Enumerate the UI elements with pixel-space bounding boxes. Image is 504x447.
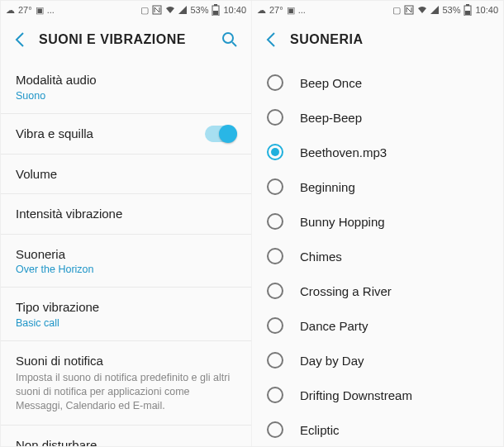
weather-icon: ☁	[257, 5, 266, 16]
battery-icon	[212, 4, 220, 16]
app-header: SUONI E VIBRAZIONE	[1, 19, 251, 60]
search-icon	[221, 31, 238, 48]
ringtone-option[interactable]: Beep Once	[252, 65, 503, 100]
row-audio-mode[interactable]: Modalità audio Suono	[1, 60, 251, 114]
radio-icon	[267, 352, 283, 369]
row-ringtone[interactable]: Suoneria Over the Horizon	[1, 235, 251, 288]
back-button[interactable]	[265, 31, 277, 48]
nfc-icon	[404, 5, 414, 15]
row-vibrate-ring[interactable]: Vibra e squilla	[1, 114, 251, 155]
radio-icon	[267, 248, 283, 264]
ringtone-label: Beethoven.mp3	[300, 145, 387, 159]
row-title: Intensità vibrazione	[16, 206, 236, 222]
nfc-icon	[152, 5, 162, 15]
settings-list: Modalità audio Suono Vibra e squilla Vol…	[1, 60, 251, 446]
row-subtitle: Basic call	[16, 317, 236, 329]
chevron-left-icon	[14, 31, 26, 48]
wifi-icon	[417, 6, 427, 14]
ringtone-label: Dance Party	[300, 319, 368, 333]
status-battery-pct: 53%	[190, 5, 208, 15]
wifi-icon	[165, 6, 175, 14]
status-temp: 27°	[18, 5, 32, 15]
ringtone-label: Chimes	[300, 250, 342, 264]
status-ellipsis: ...	[298, 5, 306, 15]
status-time: 10:40	[223, 5, 246, 15]
row-vibration-intensity[interactable]: Intensità vibrazione	[1, 194, 251, 235]
search-button[interactable]	[221, 31, 238, 48]
row-notification-sounds[interactable]: Suoni di notifica Imposta il suono di no…	[1, 341, 251, 426]
row-title: Volume	[16, 166, 236, 183]
row-title: Tipo vibrazione	[16, 299, 236, 316]
row-title: Suoni di notifica	[16, 353, 236, 369]
toggle-vibrate-ring[interactable]	[205, 126, 236, 142]
ringtone-list: Beep OnceBeep-BeepBeethoven.mp3Beginning…	[252, 60, 503, 446]
radio-icon	[267, 317, 283, 334]
status-ellipsis: ...	[47, 5, 55, 15]
signal-icon	[178, 6, 187, 14]
svg-rect-8	[465, 11, 470, 15]
ringtone-label: Beep Once	[300, 76, 362, 90]
ringtone-label: Ecliptic	[300, 423, 340, 437]
ringtone-option[interactable]: Crossing a River	[252, 273, 503, 308]
screen-sounds-vibration: ☁ 27° ▣ ... ▢ 53% 10:40 SUONI E VIBRAZIO…	[1, 1, 252, 446]
ringtone-option[interactable]: Beginning	[252, 169, 503, 204]
ringtone-label: Day by Day	[300, 354, 364, 368]
weather-icon: ☁	[6, 5, 15, 16]
signal-icon	[430, 6, 439, 14]
status-temp: 27°	[269, 5, 283, 15]
row-title: Suoneria	[16, 246, 236, 263]
status-time: 10:40	[475, 5, 498, 15]
app-icon: ▣	[287, 5, 295, 16]
row-description: Imposta il suono di notifica predefinito…	[16, 371, 236, 413]
ringtone-label: Bunny Hopping	[300, 215, 385, 229]
screen-ringtone-picker: ☁ 27° ▣ ... ▢ 53% 10:40 SUONERIA	[252, 1, 503, 446]
ringtone-option[interactable]: Chimes	[252, 239, 503, 273]
radio-icon	[267, 421, 283, 438]
page-title: SUONI E VIBRAZIONE	[39, 32, 208, 47]
radio-icon	[267, 283, 283, 299]
chevron-left-icon	[265, 31, 277, 48]
screenshot-icon: ▢	[140, 5, 149, 16]
radio-icon	[267, 74, 283, 91]
row-title: Vibra e squilla	[16, 126, 197, 142]
status-bar: ☁ 27° ▣ ... ▢ 53% 10:40	[252, 1, 503, 19]
radio-icon	[267, 387, 283, 403]
row-subtitle: Suono	[16, 90, 236, 102]
row-volume[interactable]: Volume	[1, 155, 251, 195]
ringtone-option[interactable]: Bunny Hopping	[252, 204, 503, 239]
screenshot-icon: ▢	[392, 5, 401, 16]
svg-rect-3	[213, 11, 218, 15]
ringtone-label: Beep-Beep	[300, 111, 362, 125]
row-subtitle: Over the Horizon	[16, 264, 236, 275]
ringtone-option[interactable]: Day by Day	[252, 343, 503, 378]
ringtone-label: Drifting Downstream	[300, 388, 412, 402]
ringtone-label: Beginning	[300, 180, 355, 194]
ringtone-option[interactable]: Beep-Beep	[252, 100, 503, 135]
radio-icon	[267, 213, 283, 230]
row-vibration-pattern[interactable]: Tipo vibrazione Basic call	[1, 288, 251, 341]
row-title: Modalità audio	[16, 72, 236, 88]
ringtone-option[interactable]: Beethoven.mp3	[252, 135, 503, 169]
svg-point-4	[223, 33, 233, 43]
ringtone-option[interactable]: Drifting Downstream	[252, 378, 503, 412]
radio-icon	[267, 109, 283, 126]
status-battery-pct: 53%	[442, 5, 460, 15]
row-title: Non disturbare	[16, 437, 197, 446]
ringtone-option[interactable]: Dance Party	[252, 308, 503, 343]
radio-icon	[267, 178, 283, 195]
status-bar: ☁ 27° ▣ ... ▢ 53% 10:40	[1, 1, 251, 19]
battery-icon	[464, 4, 472, 16]
app-icon: ▣	[36, 5, 44, 16]
row-dnd[interactable]: Non disturbare Disattivate l'audio di tu…	[1, 426, 251, 446]
page-title: SUONERIA	[290, 32, 490, 47]
back-button[interactable]	[14, 31, 26, 48]
radio-icon	[267, 144, 283, 160]
app-header: SUONERIA	[252, 19, 503, 60]
ringtone-option[interactable]: Ecliptic	[252, 412, 503, 446]
ringtone-label: Crossing a River	[300, 284, 392, 298]
